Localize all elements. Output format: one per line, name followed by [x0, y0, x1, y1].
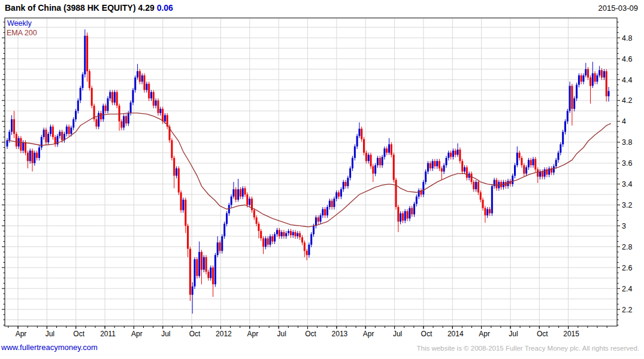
instrument-title: Bank of China (3988 HK EQUITY) 4.29 — [5, 3, 155, 13]
svg-text:2014: 2014 — [448, 330, 464, 338]
price-chart: 4.84.64.44.243.83.63.43.232.82.62.42.2Ap… — [0, 0, 644, 359]
page-title: Bank of China (3988 HK EQUITY) 4.29 0.06 — [5, 3, 173, 13]
svg-text:Oct: Oct — [421, 330, 433, 338]
ema-line — [7, 113, 611, 227]
svg-text:Jul: Jul — [161, 330, 170, 338]
svg-text:2.6: 2.6 — [622, 264, 632, 272]
svg-text:Oct: Oct — [537, 330, 548, 338]
y-axis-labels: 4.84.64.44.243.83.63.43.232.82.62.42.2 — [622, 34, 632, 314]
svg-text:2.8: 2.8 — [622, 243, 632, 251]
svg-text:Oct: Oct — [305, 330, 316, 338]
svg-text:Oct: Oct — [73, 330, 84, 338]
svg-text:2011: 2011 — [100, 330, 116, 338]
svg-text:2012: 2012 — [216, 330, 232, 338]
svg-text:Jul: Jul — [393, 330, 402, 338]
x-axis-labels: AprJulOct2011AprJulOct2012AprJulOct2013A… — [16, 330, 580, 338]
svg-text:2015: 2015 — [563, 330, 579, 338]
svg-text:3.6: 3.6 — [622, 159, 632, 168]
chart-date: 2015-03-09 — [598, 4, 639, 13]
plot-frame — [5, 18, 617, 326]
svg-text:4.6: 4.6 — [622, 55, 632, 63]
price-change: 0.06 — [157, 3, 173, 13]
legend-series-weekly: Weekly — [7, 19, 32, 28]
svg-text:2.2: 2.2 — [622, 306, 632, 314]
svg-text:4: 4 — [622, 117, 626, 126]
svg-text:2013: 2013 — [332, 330, 348, 338]
svg-text:Jul: Jul — [277, 330, 286, 338]
svg-text:Jul: Jul — [46, 330, 55, 338]
chart-window: 4.84.64.44.243.83.63.43.232.82.62.42.2Ap… — [0, 0, 644, 359]
svg-text:3.4: 3.4 — [622, 180, 632, 188]
legend-ema-200: EMA 200 — [7, 29, 37, 37]
svg-text:Apr: Apr — [363, 330, 374, 338]
svg-text:4.2: 4.2 — [622, 96, 632, 105]
svg-text:2.4: 2.4 — [622, 285, 632, 293]
svg-text:Apr: Apr — [247, 330, 258, 338]
svg-text:4.8: 4.8 — [622, 34, 632, 42]
svg-text:Apr: Apr — [131, 330, 143, 338]
fullertreacymoney-link[interactable]: www.fullertreacymoney.com — [1, 343, 98, 352]
svg-text:Jul: Jul — [509, 330, 518, 338]
svg-text:3.8: 3.8 — [622, 138, 632, 147]
svg-text:3: 3 — [622, 222, 626, 230]
svg-text:Apr: Apr — [16, 330, 27, 338]
svg-text:Oct: Oct — [189, 330, 201, 338]
svg-text:Apr: Apr — [479, 330, 490, 338]
svg-text:4.4: 4.4 — [622, 76, 632, 84]
svg-text:3.2: 3.2 — [622, 201, 632, 209]
copyright-text: This website is © 2008-2015 Fuller Treac… — [416, 345, 639, 352]
